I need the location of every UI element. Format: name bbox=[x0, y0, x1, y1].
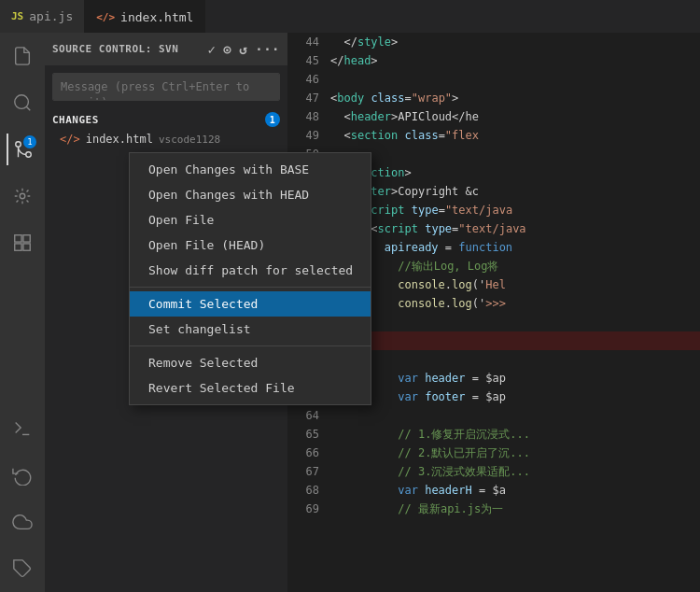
code-line-51: </section> bbox=[330, 163, 700, 182]
svg-point-3 bbox=[16, 142, 21, 148]
menu-open-file-head[interactable]: Open File (HEAD) bbox=[130, 233, 371, 258]
panel-title: SOURCE CONTROL: SVN bbox=[52, 43, 200, 55]
html-icon: </> bbox=[96, 11, 115, 23]
svg-line-5 bbox=[17, 190, 19, 192]
code-line-46 bbox=[330, 70, 700, 89]
code-line-47: <body class="wrap"> bbox=[330, 89, 700, 107]
commit-icon[interactable]: ⊙ bbox=[223, 42, 231, 57]
code-line-61 bbox=[330, 350, 700, 369]
commit-message-input[interactable] bbox=[52, 73, 280, 101]
activity-terminal-icon[interactable] bbox=[7, 413, 38, 444]
code-line-65: // 1.修复开启沉浸式... bbox=[330, 425, 700, 444]
svg-line-6 bbox=[27, 201, 29, 203]
svg-line-1 bbox=[26, 106, 30, 110]
code-line-54: <script type="text/java bbox=[330, 219, 700, 238]
file-type-icon: </> bbox=[60, 133, 80, 146]
refresh-icon[interactable]: ↺ bbox=[239, 42, 247, 57]
code-line-69: // 最新api.js为一 bbox=[330, 500, 700, 518]
code-line-52: <footer>Copyright &c bbox=[330, 182, 700, 201]
more-icon[interactable]: ··· bbox=[255, 42, 280, 57]
code-line-45: </head> bbox=[330, 51, 700, 70]
svg-point-0 bbox=[15, 95, 29, 109]
menu-show-diff-patch[interactable]: Show diff patch for selected bbox=[130, 258, 371, 283]
activity-bar: 1 bbox=[0, 33, 45, 592]
code-line-60 bbox=[330, 331, 700, 350]
activity-search-icon[interactable] bbox=[7, 87, 38, 119]
menu-open-changes-base[interactable]: Open Changes with BASE bbox=[130, 157, 371, 182]
tab-api-js-label: api.js bbox=[29, 9, 73, 23]
svg-rect-11 bbox=[15, 244, 21, 250]
panel-header: SOURCE CONTROL: SVN ✓ ⊙ ↺ ··· bbox=[45, 33, 287, 65]
svg-rect-12 bbox=[23, 244, 30, 250]
activity-cloud-icon[interactable] bbox=[7, 506, 38, 538]
code-line-44: </style> bbox=[330, 33, 700, 51]
code-lines: </style> </head> <body class="wrap"> <he… bbox=[327, 33, 700, 592]
activity-sync-icon[interactable] bbox=[7, 459, 38, 491]
context-menu: Open Changes with BASE Open Changes with… bbox=[129, 152, 371, 405]
changes-label: CHANGES bbox=[52, 114, 265, 126]
activity-puzzle-icon[interactable] bbox=[7, 553, 38, 585]
svg-rect-9 bbox=[15, 235, 21, 242]
code-line-66: // 2.默认已开启了沉... bbox=[330, 444, 700, 462]
activity-extensions-icon[interactable] bbox=[7, 227, 38, 259]
code-line-50 bbox=[330, 145, 700, 163]
code-line-64 bbox=[330, 406, 700, 425]
activity-files-icon[interactable] bbox=[7, 40, 38, 72]
code-line-62: var header = $ap bbox=[330, 369, 700, 388]
tab-index-html[interactable]: </> index.html bbox=[85, 0, 205, 33]
code-line-63: var footer = $ap bbox=[330, 388, 700, 406]
menu-revert-selected-file[interactable]: Revert Selected File bbox=[130, 375, 371, 401]
code-line-56: //输出Log, Log将 bbox=[330, 257, 700, 275]
code-line-67: // 3.沉浸式效果适配... bbox=[330, 462, 700, 481]
tab-api-js[interactable]: JS api.js bbox=[0, 0, 85, 33]
js-icon: JS bbox=[11, 10, 23, 22]
svg-point-4 bbox=[20, 193, 25, 199]
activity-debug-icon[interactable] bbox=[7, 180, 38, 212]
file-name-label: index.html bbox=[86, 133, 153, 146]
file-item-index-html[interactable]: </> index.html vscode1128 bbox=[45, 131, 287, 148]
menu-divider-1 bbox=[130, 287, 371, 288]
svg-line-7 bbox=[17, 201, 19, 203]
check-icon[interactable]: ✓ bbox=[207, 42, 216, 57]
code-line-59 bbox=[330, 313, 700, 331]
svg-rect-10 bbox=[23, 235, 30, 242]
changes-header: CHANGES 1 bbox=[45, 108, 287, 131]
main-area: 1 bbox=[0, 33, 700, 592]
source-control-panel: SOURCE CONTROL: SVN ✓ ⊙ ↺ ··· CHANGES 1 … bbox=[45, 33, 287, 592]
code-line-53: <script type="text/java bbox=[330, 201, 700, 219]
scm-badge: 1 bbox=[23, 135, 36, 148]
menu-divider-2 bbox=[130, 345, 371, 346]
tab-index-html-label: index.html bbox=[120, 10, 193, 24]
tab-bar: JS api.js </> index.html bbox=[0, 0, 700, 33]
code-line-57: console.log('Hel bbox=[330, 275, 700, 294]
menu-set-changelist[interactable]: Set changelist bbox=[130, 317, 371, 342]
code-line-55: apiready = function bbox=[330, 238, 700, 257]
code-line-58: console.log('>>> bbox=[330, 294, 700, 313]
svg-line-8 bbox=[27, 190, 29, 192]
svg-point-2 bbox=[26, 152, 32, 158]
code-line-68: var headerH = $a bbox=[330, 481, 700, 500]
code-line-49: <section class="flex bbox=[330, 126, 700, 145]
menu-open-file[interactable]: Open File bbox=[130, 207, 371, 233]
menu-open-changes-head[interactable]: Open Changes with HEAD bbox=[130, 182, 371, 207]
code-line-48: <header>APICloud</he bbox=[330, 107, 700, 126]
activity-scm-icon[interactable]: 1 bbox=[7, 134, 38, 165]
menu-remove-selected[interactable]: Remove Selected bbox=[130, 350, 371, 375]
file-status-label: vscode1128 bbox=[159, 134, 220, 146]
menu-commit-selected[interactable]: Commit Selected bbox=[130, 291, 371, 317]
changes-count-badge: 1 bbox=[265, 112, 280, 127]
